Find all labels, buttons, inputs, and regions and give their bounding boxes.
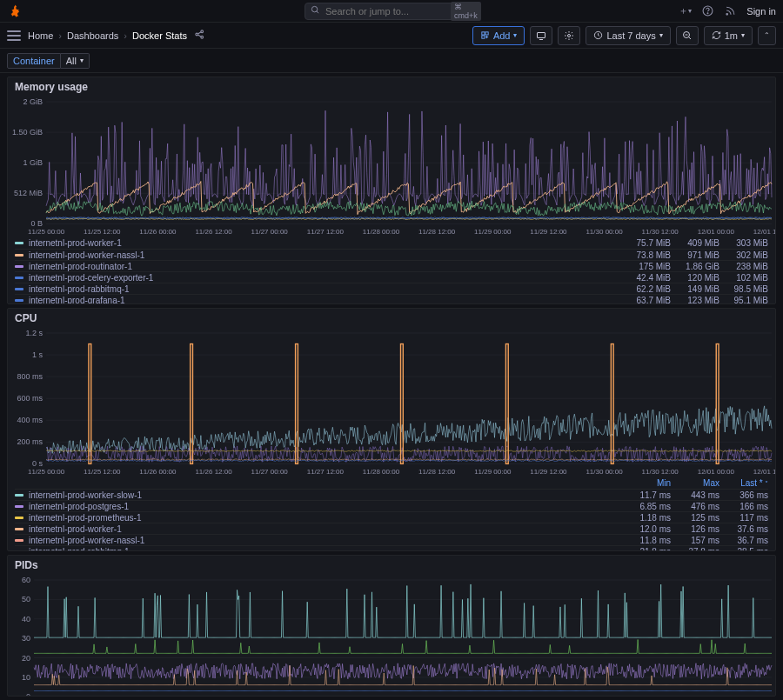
legend-item-last: 28.5 ms <box>725 547 768 550</box>
signin-link[interactable]: Sign in <box>746 6 776 17</box>
zoom-out-button[interactable] <box>676 26 699 45</box>
search-input[interactable] <box>325 6 445 17</box>
svg-text:600 ms: 600 ms <box>17 394 44 403</box>
legend-item-last: 102 MiB <box>725 273 768 283</box>
legend-item[interactable]: internetnl-prod-worker-nassl-111.8 ms157… <box>15 534 768 545</box>
svg-text:11/25 00:00: 11/25 00:00 <box>28 468 65 476</box>
legend-item[interactable]: internetnl-prod-worker-112.0 ms126 ms37.… <box>15 523 768 534</box>
crumb-dashboards[interactable]: Dashboards <box>67 30 118 41</box>
svg-text:11/29 12:00: 11/29 12:00 <box>530 468 567 476</box>
help-icon[interactable] <box>701 5 713 17</box>
legend-item[interactable]: internetnl-prod-worker-nassl-173.8 MiB97… <box>15 249 768 260</box>
svg-rect-78 <box>505 344 508 464</box>
refresh-button[interactable]: 1m ▾ <box>704 26 753 45</box>
legend-swatch <box>15 254 23 257</box>
panel-cpu-legend: MinMaxLast *internetnl-prod-worker-slow-… <box>8 476 775 550</box>
panel-pids-chart[interactable]: 0102030405060 <box>8 575 775 697</box>
legend-item-last: 37.6 ms <box>725 524 768 534</box>
legend-item[interactable]: internetnl-prod-worker-slow-111.7 ms443 … <box>15 489 768 500</box>
svg-text:11/25 00:00: 11/25 00:00 <box>28 228 65 236</box>
settings-button[interactable] <box>558 26 580 45</box>
time-range-label: Last 7 days <box>606 30 655 41</box>
legend-item[interactable]: internetnl-prod-grafana-163.7 MiB123 MiB… <box>15 294 768 303</box>
var-container-value-text: All <box>66 56 77 66</box>
page-title[interactable]: Docker Stats <box>132 30 187 41</box>
grafana-logo[interactable] <box>7 3 23 19</box>
crumb-home[interactable]: Home <box>28 30 53 41</box>
legend-item-min: 175 MiB <box>627 262 671 271</box>
var-container-label[interactable]: Container <box>7 53 61 69</box>
svg-text:11/27 12:00: 11/27 12:00 <box>307 468 345 476</box>
collapse-button[interactable]: ⌃ <box>758 26 776 45</box>
legend-item-last: 117 ms <box>725 513 768 523</box>
svg-line-9 <box>197 35 201 37</box>
legend-swatch <box>15 505 23 508</box>
legend-item-last: 302 MiB <box>725 250 768 260</box>
legend-item-min: 12.0 ms <box>627 524 671 534</box>
legend-col-last[interactable]: Last * <box>725 478 768 488</box>
svg-text:50: 50 <box>22 595 30 603</box>
legend-col-max[interactable]: Max <box>676 478 719 488</box>
add-button[interactable]: Add ▾ <box>472 26 525 45</box>
panel-memory: Memory usage 0 B512 MiB1 GiB1.50 GiB2 Gi… <box>7 77 776 304</box>
legend-swatch <box>15 242 23 244</box>
svg-text:11/25 12:00: 11/25 12:00 <box>84 468 121 476</box>
svg-text:11/28 12:00: 11/28 12:00 <box>418 468 456 476</box>
svg-text:0 s: 0 s <box>32 459 44 468</box>
svg-text:11/25 12:00: 11/25 12:00 <box>84 228 121 236</box>
legend-item[interactable]: internetnl-prod-routinator-1175 MiB1.86 … <box>15 260 768 271</box>
menu-toggle-icon[interactable] <box>7 30 21 41</box>
legend-item-name: internetnl-prod-grafana-1 <box>29 296 622 303</box>
legend-item-last: 366 ms <box>725 490 768 500</box>
legend-swatch <box>15 528 23 530</box>
legend-item[interactable]: internetnl-prod-worker-175.7 MiB409 MiB3… <box>15 237 768 249</box>
legend-item-name: internetnl-prod-postgres-1 <box>29 502 622 511</box>
var-container-value[interactable]: All ▾ <box>61 53 90 69</box>
legend-item-name: internetnl-prod-rabbitmq-1 <box>29 547 622 550</box>
panel-memory-chart[interactable]: 0 B512 MiB1 GiB1.50 GiB2 GiB11/25 00:001… <box>8 97 775 236</box>
legend-item-max: 971 MiB <box>676 250 719 260</box>
svg-text:11/30 12:00: 11/30 12:00 <box>642 228 679 236</box>
svg-text:11/26 00:00: 11/26 00:00 <box>139 468 177 476</box>
chevron-down-icon: ▾ <box>513 31 517 39</box>
panel-pids-title[interactable]: PIDs <box>8 556 775 575</box>
svg-rect-11 <box>485 32 488 35</box>
panel-cpu-chart[interactable]: 0 s200 ms400 ms600 ms800 ms1 s1.2 s11/25… <box>8 328 775 476</box>
legend-item-min: 11.8 ms <box>627 536 671 545</box>
legend-item-min: 63.7 MiB <box>627 296 671 303</box>
svg-line-8 <box>197 32 201 34</box>
share-icon[interactable] <box>194 29 205 42</box>
cycle-view-button[interactable] <box>530 26 552 45</box>
svg-text:400 ms: 400 ms <box>17 416 44 424</box>
svg-rect-79 <box>611 344 613 464</box>
legend-item-name: internetnl-prod-prometheus-1 <box>29 513 622 523</box>
legend-item[interactable]: internetnl-prod-prometheus-11.18 ms125 m… <box>15 511 768 523</box>
panel-cpu-title[interactable]: CPU <box>8 309 775 328</box>
legend-item[interactable]: internetnl-prod-postgres-16.85 ms476 ms1… <box>15 500 768 511</box>
legend-swatch <box>15 517 23 519</box>
news-icon[interactable] <box>724 5 736 17</box>
svg-text:800 ms: 800 ms <box>17 372 44 381</box>
global-search[interactable]: ⌘ cmd+k <box>304 3 478 20</box>
legend-item-last: 303 MiB <box>725 238 768 248</box>
svg-rect-80 <box>716 344 719 464</box>
add-menu-icon[interactable]: ＋▾ <box>679 5 691 17</box>
legend-item-max: 120 MiB <box>676 273 719 283</box>
legend-item-max: 409 MiB <box>676 238 719 248</box>
svg-rect-74 <box>89 344 91 464</box>
variable-bar: Container All ▾ <box>0 49 783 73</box>
legend-col-min[interactable]: Min <box>627 478 671 488</box>
legend-item[interactable]: internetnl-prod-celery-exporter-142.4 Mi… <box>15 271 768 283</box>
legend-item-last: 98.5 MiB <box>725 284 768 294</box>
legend-item[interactable]: internetnl-prod-rabbitmq-162.2 MiB149 Mi… <box>15 283 768 294</box>
legend-item-min: 1.18 ms <box>627 513 671 523</box>
svg-text:11/28 00:00: 11/28 00:00 <box>363 468 400 476</box>
svg-text:11/28 00:00: 11/28 00:00 <box>363 228 400 236</box>
svg-text:11/27 00:00: 11/27 00:00 <box>251 468 289 476</box>
legend-item-max: 443 ms <box>676 490 719 500</box>
time-range-button[interactable]: Last 7 days ▾ <box>586 26 670 45</box>
legend-item-max: 157 ms <box>676 536 719 545</box>
legend-item-min: 42.4 MiB <box>627 273 671 283</box>
legend-item[interactable]: internetnl-prod-rabbitmq-121.8 ms37.8 ms… <box>15 545 768 550</box>
panel-memory-title[interactable]: Memory usage <box>8 77 775 97</box>
